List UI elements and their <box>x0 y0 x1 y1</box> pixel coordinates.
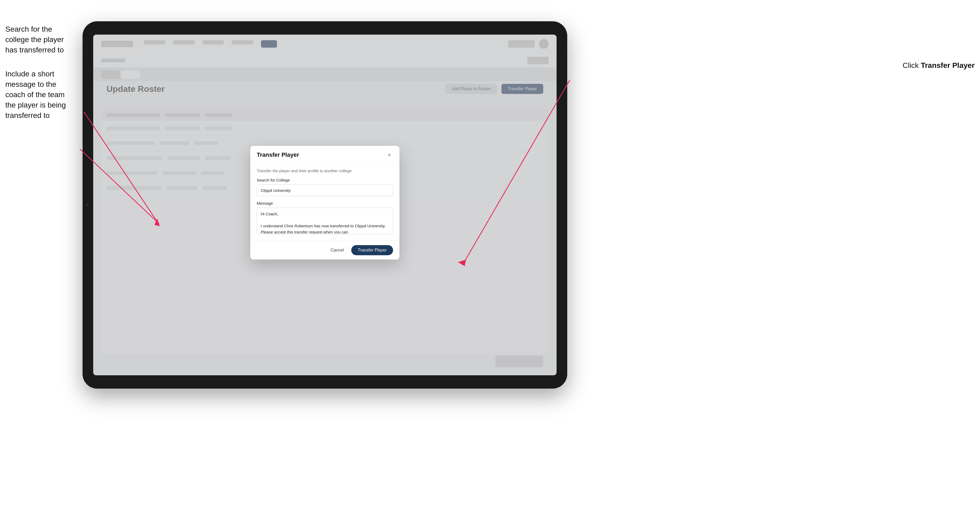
annotation-text-2: Include a short message to the coach of … <box>5 69 75 121</box>
transfer-player-modal: Transfer Player × Transfer the player an… <box>250 146 399 259</box>
message-label: Message <box>257 201 393 205</box>
left-annotations: Search for the college the player has tr… <box>5 24 75 121</box>
right-annotation: Click Transfer Player <box>902 61 975 70</box>
ipad-screen: Update Roster Add Player to Roster Trans… <box>93 35 557 375</box>
modal-title: Transfer Player <box>257 151 299 158</box>
modal-subtitle: Transfer the player and their profile to… <box>257 168 393 173</box>
modal-close-button[interactable]: × <box>386 151 393 159</box>
modal-header: Transfer Player × <box>250 146 399 163</box>
ipad-camera <box>86 204 89 206</box>
cancel-button[interactable]: Cancel <box>327 246 347 255</box>
ipad-frame: Update Roster Add Player to Roster Trans… <box>83 21 567 389</box>
modal-footer: Cancel Transfer Player <box>250 241 399 259</box>
transfer-player-button[interactable]: Transfer Player <box>351 245 393 255</box>
search-college-label: Search for College <box>257 178 393 182</box>
message-textarea[interactable] <box>257 208 393 234</box>
annotation-text-1: Search for the college the player has tr… <box>5 24 75 56</box>
search-college-input[interactable] <box>257 184 393 196</box>
modal-body: Transfer the player and their profile to… <box>250 163 399 241</box>
